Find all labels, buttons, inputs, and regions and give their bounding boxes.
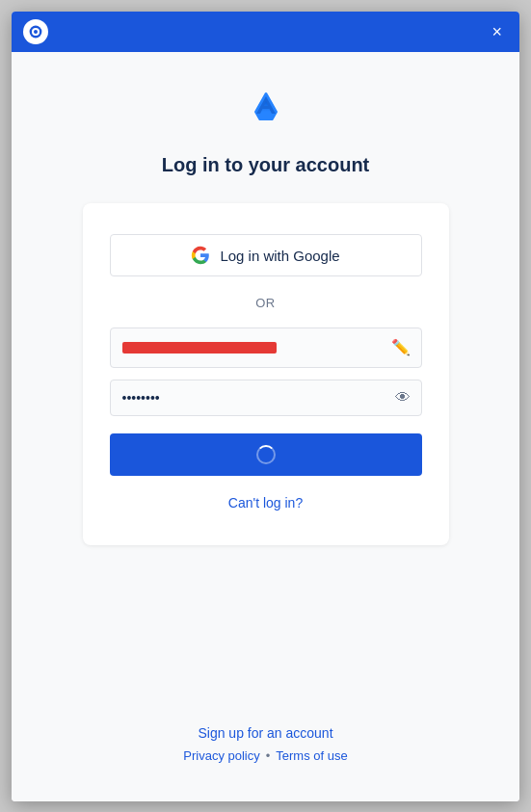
email-field[interactable] [110,327,422,368]
main-content: Log in to your account Log in with Googl… [12,52,519,801]
password-field-wrapper: 👁 [110,380,422,416]
svg-point-2 [34,30,38,34]
brand-icon [245,91,287,137]
atlassian-logo [245,91,287,133]
google-login-label: Log in with Google [220,248,339,264]
google-icon [191,246,210,265]
footer-links: Privacy policy • Terms of use [183,748,347,763]
google-login-button[interactable]: Log in with Google [110,234,422,276]
app-logo [23,19,48,44]
privacy-policy-link[interactable]: Privacy policy [183,748,259,763]
edit-icon[interactable]: ✏️ [391,340,411,355]
signup-link[interactable]: Sign up for an account [198,725,332,741]
or-divider: OR [255,296,276,310]
cant-login-link[interactable]: Can't log in? [228,495,303,511]
titlebar: × [12,12,519,52]
redacted-email-value [122,342,277,354]
login-button[interactable] [110,433,422,476]
footer: Sign up for an account Privacy policy • … [183,725,347,773]
login-window: × Log in to your account [12,12,519,801]
login-card: Log in with Google OR ✏️ 👁 Can't lo [83,203,449,545]
dot-separator: • [266,748,271,763]
terms-of-use-link[interactable]: Terms of use [276,748,347,763]
password-input[interactable] [110,380,422,416]
page-title: Log in to your account [162,154,370,176]
logo-icon [28,24,43,39]
loading-spinner [256,445,276,464]
close-button[interactable]: × [486,19,508,44]
email-field-wrapper: ✏️ [110,327,422,368]
show-password-icon[interactable]: 👁 [395,390,411,406]
